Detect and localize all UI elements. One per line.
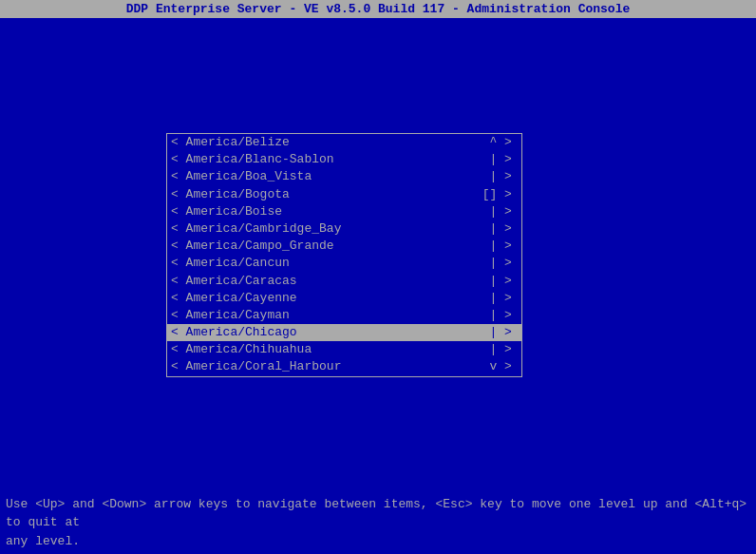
status-line2: any level. [6, 532, 750, 551]
list-item[interactable]: < America/Bogota [] > [167, 186, 521, 203]
list-item[interactable]: < America/Coral_Harbour v > [167, 358, 521, 375]
list-item[interactable]: < America/Cambridge_Bay | > [167, 220, 521, 238]
list-item[interactable]: < America/Chihuahua | > [167, 341, 521, 358]
list-item[interactable]: < America/Caracas | > [167, 273, 521, 290]
timezone-list[interactable]: < America/Belize ^ >< America/Blanc-Sabl… [166, 133, 522, 377]
list-item[interactable]: < America/Boise | > [167, 203, 521, 220]
list-item[interactable]: < America/Blanc-Sablon | > [167, 151, 521, 168]
title-bar: DDP Enterprise Server - VE v8.5.0 Build … [0, 0, 756, 18]
list-item[interactable]: < America/Cayenne | > [167, 290, 521, 307]
list-item[interactable]: < America/Cayman | > [167, 307, 521, 324]
list-item[interactable]: < America/Cancun | > [167, 255, 521, 272]
list-item[interactable]: < America/Boa_Vista | > [167, 168, 521, 185]
list-item[interactable]: < America/Campo_Grande | > [167, 238, 521, 255]
list-item[interactable]: < America/Belize ^ > [167, 134, 521, 151]
title-text: DDP Enterprise Server - VE v8.5.0 Build … [126, 2, 631, 16]
status-bar: Use <Up> and <Down> arrow keys to naviga… [0, 491, 756, 555]
status-line1: Use <Up> and <Down> arrow keys to naviga… [6, 495, 750, 532]
list-item[interactable]: < America/Chicago | > [167, 324, 521, 341]
